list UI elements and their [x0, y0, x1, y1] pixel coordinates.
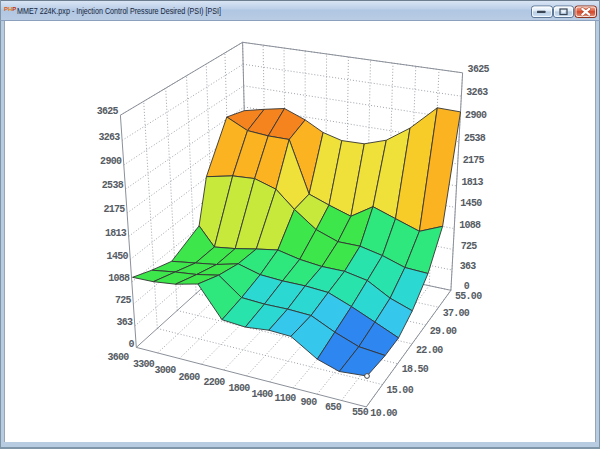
svg-text:1450: 1450 — [107, 251, 129, 262]
svg-text:1450: 1450 — [460, 198, 482, 209]
svg-text:1088: 1088 — [108, 273, 130, 284]
svg-text:725: 725 — [115, 295, 132, 306]
svg-text:2900: 2900 — [100, 156, 122, 167]
svg-text:1813: 1813 — [105, 228, 127, 239]
svg-text:22.00: 22.00 — [416, 345, 443, 356]
svg-text:363: 363 — [460, 261, 477, 272]
svg-text:2200: 2200 — [203, 377, 225, 388]
svg-text:3263: 3263 — [98, 132, 120, 143]
svg-text:1100: 1100 — [274, 393, 296, 404]
svg-text:550: 550 — [352, 407, 369, 418]
svg-text:10.00: 10.00 — [370, 408, 397, 419]
svg-text:3625: 3625 — [468, 64, 490, 75]
svg-text:18.50: 18.50 — [402, 364, 429, 375]
svg-text:3000: 3000 — [154, 365, 176, 376]
svg-text:29.00: 29.00 — [430, 326, 457, 337]
svg-text:PHP: PHP — [4, 6, 16, 12]
svg-text:363: 363 — [116, 317, 133, 328]
svg-text:1813: 1813 — [461, 177, 483, 188]
svg-text:15.00: 15.00 — [386, 385, 413, 396]
svg-text:725: 725 — [461, 241, 478, 252]
svg-text:900: 900 — [301, 397, 318, 408]
svg-text:3600: 3600 — [107, 352, 129, 363]
svg-text:1400: 1400 — [251, 389, 273, 400]
svg-text:0: 0 — [128, 339, 134, 350]
svg-text:2600: 2600 — [178, 372, 200, 383]
svg-text:1088: 1088 — [459, 220, 481, 231]
svg-text:37.00: 37.00 — [443, 308, 470, 319]
svg-text:2538: 2538 — [464, 133, 486, 144]
svg-text:2175: 2175 — [463, 155, 485, 166]
svg-text:3300: 3300 — [133, 359, 155, 370]
svg-text:2175: 2175 — [103, 204, 125, 215]
svg-text:MME7 224K.pxp - Injection Cont: MME7 224K.pxp - Injection Control Pressu… — [17, 5, 221, 16]
svg-text:1800: 1800 — [228, 383, 250, 394]
svg-text:3625: 3625 — [97, 106, 119, 117]
svg-text:55.00: 55.00 — [455, 291, 482, 302]
svg-text:650: 650 — [325, 402, 342, 413]
svg-text:2900: 2900 — [465, 110, 487, 121]
svg-text:2538: 2538 — [102, 180, 124, 191]
svg-text:3263: 3263 — [466, 87, 488, 98]
